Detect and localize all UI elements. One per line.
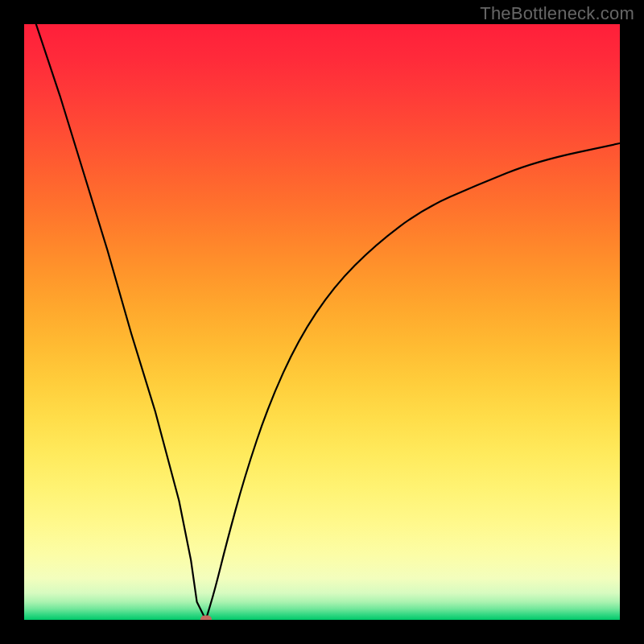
chart-frame: TheBottleneck.com [0,0,644,644]
plot-area [24,24,620,620]
bottleneck-curve [24,24,620,620]
optimum-marker [200,616,212,621]
watermark-text: TheBottleneck.com [480,3,634,24]
